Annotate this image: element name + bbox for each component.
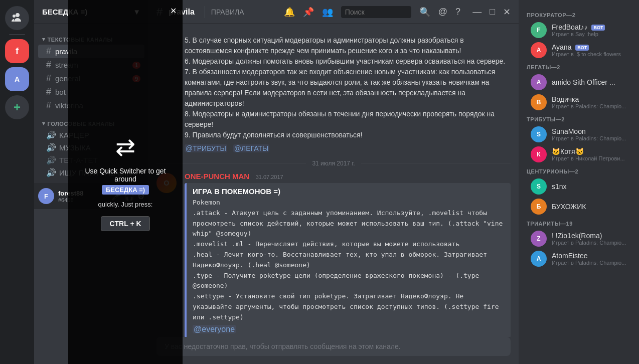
voice-icon: 🔊: [46, 168, 56, 177]
message-box-1: ИГРА В ПОКЕМОНОВ =) Pokemon .attack - Ат…: [185, 183, 511, 337]
voice-icon: 🔊: [46, 130, 56, 140]
member-name-kotya: 🐱Котя🐱: [552, 147, 631, 155]
member-info-buhozhik: БУХОЖИК: [552, 203, 631, 211]
member-name-fredboat: FredBoat♪♪ BOT: [552, 23, 631, 31]
member-name-vodichka: Водичка: [552, 95, 631, 103]
server-icon-active[interactable]: A: [5, 67, 29, 91]
rules-message: 5. В случае спорных ситуаций модераторы …: [148, 32, 519, 156]
bot-badge: BOT: [591, 25, 605, 31]
mention-icon[interactable]: @: [438, 7, 447, 17]
search-icon[interactable]: 🔍: [419, 7, 430, 18]
message-box-title-1: ИГРА В ПОКЕМОНОВ =): [193, 187, 505, 196]
channel-header-topic: ПРАВИЛА: [211, 8, 278, 16]
message-group-1: O ONE-PUNCH MAN 31.07.2017 ИГРА В ПОКЕМО…: [148, 171, 519, 337]
member-avatar-atomeistee: A: [531, 251, 547, 267]
messages-area: 5. В случае спорных ситуаций модераторы …: [148, 24, 519, 337]
quick-switcher-icon: ⇄: [115, 133, 135, 161]
pin-icon[interactable]: 📌: [303, 7, 314, 18]
member-info-atomeistee: AtomEistee Играет в Paladins: Champio...: [552, 252, 631, 266]
channel-hash-icon: #: [46, 100, 51, 111]
member-name-atomeistee: AtomEistee: [552, 252, 631, 260]
member-name-sunamoon: SunaMoon: [552, 127, 631, 135]
member-info-s1nx: s1nx: [552, 183, 631, 191]
help-icon[interactable]: ?: [455, 7, 460, 17]
message-input: У вас недостаточно прав, чтобы отправлят…: [156, 337, 511, 356]
member-status-ayana: Играет в .$ to check flowers: [552, 51, 631, 57]
server-icon-add[interactable]: +: [5, 95, 29, 119]
member-item-buhozhik[interactable]: Б БУХОЖИК: [523, 197, 635, 217]
member-info-vodichka: Водичка Играет в Paladins: Champio...: [552, 95, 631, 109]
server-icon-f[interactable]: f: [5, 39, 29, 63]
member-item-fredboat[interactable]: F FredBoat♪♪ BOT Играет в Say :help: [523, 20, 635, 40]
member-info-ayana: Ayana BOT Играет в .$ to check flowers: [552, 43, 631, 57]
member-item-kotya[interactable]: К 🐱Котя🐱 Играет в Николай Петрови...: [523, 144, 635, 164]
member-info-kotya: 🐱Котя🐱 Играет в Николай Петрови...: [552, 147, 631, 161]
mention-legati: @ЛЕГАТЫ: [233, 144, 270, 152]
member-status-sunamoon: Играет в Paladins: Champio...: [552, 135, 631, 141]
channel-header-divider: [205, 6, 205, 18]
input-area: У вас недостаточно прав, чтобы отправлят…: [148, 337, 519, 364]
member-name-s1nx: s1nx: [552, 183, 631, 191]
member-item-ayana[interactable]: A Ayana BOT Играет в .$ to check flowers: [523, 40, 635, 60]
user-avatar: F: [38, 188, 54, 204]
header-icons: 🔔 📌 👥 🔍 @ ? — □ ✕: [284, 6, 511, 18]
member-avatar-buhozhik: Б: [531, 199, 547, 215]
svg-point-0: [13, 15, 16, 18]
server-icon-friends[interactable]: [5, 6, 29, 30]
bot-badge: BOT: [575, 45, 589, 51]
member-avatar-ayana: A: [531, 42, 547, 58]
message-box-content-1: Pokemon .attack - Атакует цель с заданны…: [193, 198, 505, 323]
message-timestamp-1: 31.07.2017: [256, 174, 283, 180]
member-avatar-vodichka: В: [531, 94, 547, 110]
quick-switcher-desc: quickly. Just press:: [98, 201, 153, 208]
member-status-fredboat: Играет в Say :help: [552, 31, 631, 37]
bell-icon[interactable]: 🔔: [284, 7, 295, 18]
member-category-tributi: ТРИБУТЫ—2: [519, 112, 639, 124]
channel-hash-icon: #: [46, 87, 51, 97]
member-avatar-s1nx: S: [531, 178, 547, 195]
member-item-sunamoon[interactable]: S SunaMoon Играет в Paladins: Champio...: [523, 124, 635, 144]
rules-mentions: @ТРИБУТЫ @ЛЕГАТЫ: [185, 143, 511, 154]
member-item-s1nx[interactable]: S s1nx: [523, 176, 635, 197]
member-name-amido: amido Sith Officer ...: [552, 78, 631, 86]
member-name-buhozhik: БУХОЖИК: [552, 203, 631, 211]
quick-switcher-label: БЕСЕДКА =): [102, 185, 149, 195]
main-content: # pravila ПРАВИЛА 🔔 📌 👥 🔍 @ ? — □ ✕ 5. В…: [148, 0, 519, 364]
member-status-atomeistee: Играет в Paladins: Champio...: [552, 260, 631, 266]
members-sidebar: ПРОКУРАТОР—2 F FredBoat♪♪ BOT Играет в S…: [519, 0, 639, 364]
member-avatar-kotya: К: [531, 146, 547, 162]
member-category-prokurator: ПРОКУРАТОР—2: [519, 8, 639, 20]
quick-switcher-shortcut[interactable]: CTRL + K: [101, 216, 149, 231]
member-avatar-amido: A: [531, 74, 547, 90]
quick-switcher-title: Use Quick Switcher to get around: [78, 167, 173, 183]
date-divider-1: 31 июля 2017 г.: [148, 156, 519, 171]
message-mention-everyone-1: @everyone: [193, 325, 505, 334]
close-button[interactable]: ✕: [503, 7, 511, 18]
maximize-button[interactable]: □: [490, 7, 495, 17]
member-category-legati: ЛЕГАТЫ—2: [519, 60, 639, 72]
member-info-fredboat: FredBoat♪♪ BOT Играет в Say :help: [552, 23, 631, 37]
member-category-triariti: ТРИАРИТЫ—19: [519, 217, 639, 229]
channel-header: # pravila ПРАВИЛА 🔔 📌 👥 🔍 @ ? — □ ✕: [148, 0, 519, 24]
member-avatar-zio1ek: Z: [531, 231, 547, 247]
date-line: [361, 163, 511, 164]
member-category-centurioni: ЦЕНТУРИОНЫ—2: [519, 164, 639, 176]
message-content-1: ONE-PUNCH MAN 31.07.2017 ИГРА В ПОКЕМОНО…: [185, 172, 511, 337]
member-avatar-fredboat: F: [531, 22, 547, 38]
search-input[interactable]: [341, 6, 411, 18]
message-header-1: ONE-PUNCH MAN 31.07.2017: [185, 172, 511, 181]
quick-switcher-close[interactable]: ✕: [170, 6, 177, 16]
member-item-zio1ek[interactable]: Z ! !Zio1ek(Roma) Играет в Paladins: Cha…: [523, 229, 635, 249]
server-list: f A +: [0, 0, 34, 364]
date-text-1: 31 июля 2017 г.: [312, 160, 355, 167]
member-info-sunamoon: SunaMoon Играет в Paladins: Champio...: [552, 127, 631, 141]
rules-text: 5. В случае спорных ситуаций модераторы …: [185, 35, 511, 140]
minimize-button[interactable]: —: [472, 7, 482, 17]
member-item-vodichka[interactable]: В Водичка Играет в Paladins: Champio...: [523, 92, 635, 112]
members-icon[interactable]: 👥: [322, 7, 333, 18]
member-status-vodichka: Играет в Paladins: Champio...: [552, 103, 631, 109]
channel-hash-icon: #: [46, 60, 51, 70]
member-item-amido[interactable]: A amido Sith Officer ...: [523, 72, 635, 92]
member-status-zio1ek: Играет в Paladins: Champio...: [552, 240, 631, 246]
member-item-atomeistee[interactable]: A AtomEistee Играет в Paladins: Champio.…: [523, 249, 635, 269]
